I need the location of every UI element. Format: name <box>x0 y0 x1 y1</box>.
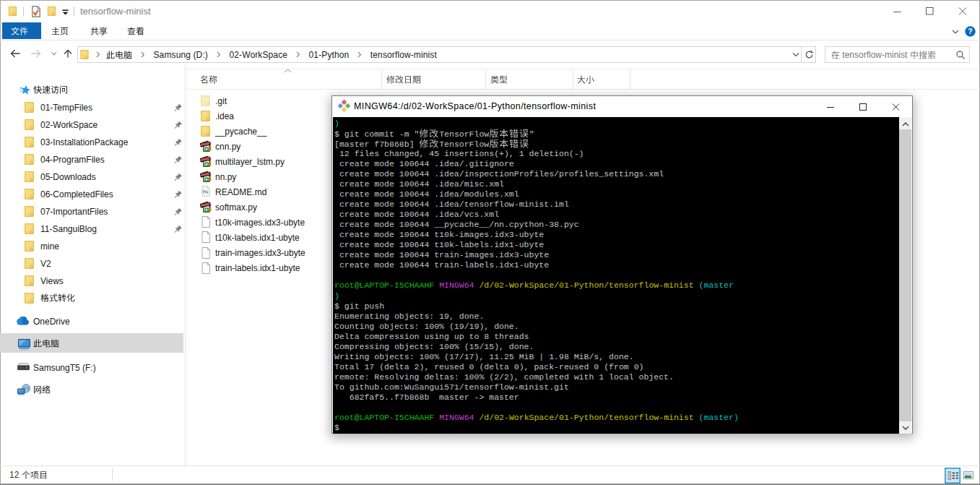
svg-text:?: ? <box>968 27 972 35</box>
